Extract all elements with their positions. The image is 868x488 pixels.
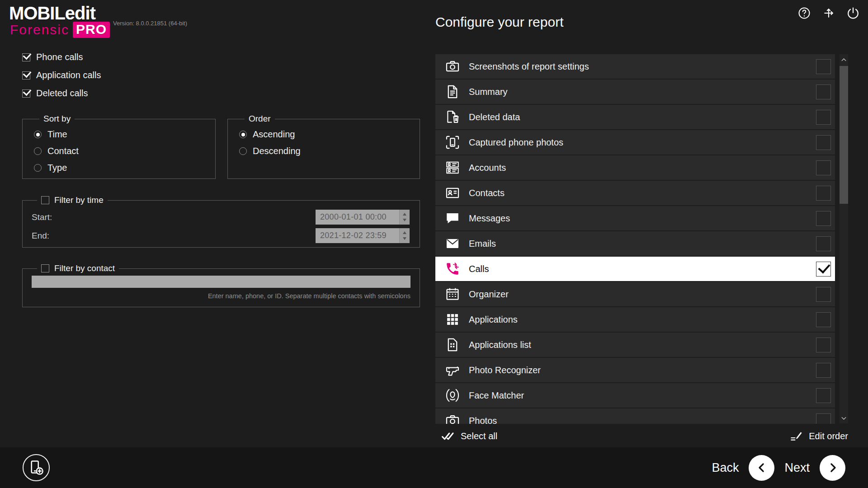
report-section-checkbox[interactable] [816, 312, 831, 327]
report-section-label: Calls [469, 264, 816, 274]
select-all-label: Select all [461, 431, 497, 441]
sort-by-legend: Sort by [39, 114, 75, 124]
scrollbar-thumb[interactable] [840, 66, 848, 204]
report-section-checkbox[interactable] [816, 363, 831, 378]
report-section-row[interactable]: Emails [435, 231, 835, 256]
scroll-up-icon[interactable] [840, 55, 848, 64]
report-section-checkbox[interactable] [816, 135, 831, 150]
order-group: Order Ascending Descending [227, 114, 420, 179]
select-all-button[interactable]: Select all [435, 429, 497, 443]
report-section-label: Captured phone photos [469, 137, 816, 148]
end-spinner[interactable] [399, 228, 410, 243]
radio-button[interactable] [239, 147, 247, 155]
report-section-checkbox[interactable] [816, 59, 831, 74]
checkbox[interactable] [22, 71, 30, 80]
filter-time-label: Filter by time [54, 195, 104, 205]
spinner-up-icon[interactable] [403, 231, 406, 234]
report-section-label: Organizer [469, 289, 816, 300]
radio-label: Time [47, 129, 67, 140]
back-label[interactable]: Back [712, 461, 739, 475]
radio-button[interactable] [239, 131, 247, 138]
spinner-up-icon[interactable] [403, 213, 406, 216]
contact-filter-input[interactable] [32, 276, 410, 288]
report-section-row[interactable]: Calls [435, 257, 835, 281]
add-device-button[interactable] [23, 454, 50, 481]
scrollbar[interactable] [840, 54, 848, 423]
app-logo: MOBILedit Forensic PRO [9, 4, 110, 38]
logo-text: MOBILedit [9, 4, 110, 23]
emails-icon [445, 236, 460, 251]
next-label[interactable]: Next [784, 461, 810, 475]
checkbox[interactable] [22, 53, 30, 61]
end-datetime-input[interactable]: 2021-12-02 23:59 [316, 228, 410, 243]
edit-order-button[interactable]: Edit order [790, 430, 848, 442]
report-section-row[interactable]: Applications [435, 307, 835, 332]
organizer-icon [445, 286, 460, 302]
radio-label: Contact [47, 146, 79, 156]
select-all-icon [441, 429, 454, 443]
report-section-row[interactable]: Organizer [435, 282, 835, 306]
radio-option-row[interactable]: Contact [34, 146, 215, 156]
report-section-row[interactable]: Accounts [435, 155, 835, 180]
messages-icon [445, 211, 460, 226]
radio-option-row[interactable]: Descending [239, 146, 420, 156]
report-section-label: Photo Recognizer [469, 365, 816, 375]
camera-icon [445, 59, 460, 74]
end-time-row: End: 2021-12-02 23:59 [32, 228, 410, 243]
report-section-checkbox[interactable] [816, 413, 831, 424]
report-section-checkbox[interactable] [816, 262, 831, 277]
radio-button[interactable] [34, 164, 42, 172]
report-section-checkbox[interactable] [816, 160, 831, 175]
report-section-checkbox[interactable] [816, 110, 831, 125]
spinner-down-icon[interactable] [403, 237, 406, 240]
contacts-icon [445, 185, 460, 201]
filter-time-checkbox[interactable] [41, 196, 49, 204]
call-option-row[interactable]: Deleted calls [22, 88, 101, 99]
report-section-row[interactable]: Photos [435, 408, 835, 424]
wizard-nav: Back Next [712, 455, 845, 481]
report-section-row[interactable]: Captured phone photos [435, 130, 835, 155]
call-option-row[interactable]: Application calls [22, 70, 101, 80]
page-title: Configure your report [435, 14, 563, 30]
report-section-checkbox[interactable] [816, 84, 831, 99]
filter-contact-checkbox[interactable] [41, 264, 49, 272]
report-section-checkbox[interactable] [816, 186, 831, 201]
report-section-row[interactable]: Contacts [435, 181, 835, 205]
start-datetime-input[interactable]: 2000-01-01 00:00 [316, 210, 410, 225]
report-section-checkbox[interactable] [816, 211, 831, 226]
radio-button[interactable] [34, 131, 42, 138]
report-section-row[interactable]: Messages [435, 206, 835, 230]
next-button[interactable] [820, 455, 845, 481]
applications-list-icon [445, 337, 460, 352]
checkbox-label: Deleted calls [36, 88, 88, 99]
call-options: Phone calls Application calls Deleted ca… [22, 52, 101, 106]
report-section-checkbox[interactable] [816, 236, 831, 251]
report-section-checkbox[interactable] [816, 287, 831, 302]
radio-option-row[interactable]: Type [34, 163, 215, 173]
power-icon[interactable] [846, 6, 860, 20]
start-spinner[interactable] [399, 210, 410, 225]
radio-option-row[interactable]: Time [34, 129, 215, 140]
edit-order-label: Edit order [809, 431, 848, 441]
report-section-row[interactable]: Applications list [435, 333, 835, 357]
report-section-row[interactable]: Face Matcher [435, 383, 835, 408]
report-section-checkbox[interactable] [816, 388, 831, 403]
report-section-checkbox[interactable] [816, 338, 831, 352]
checkbox[interactable] [22, 89, 30, 98]
report-section-row[interactable]: Summary [435, 80, 835, 104]
radio-label: Descending [253, 146, 301, 156]
radio-button[interactable] [34, 147, 42, 155]
order-legend: Order [245, 114, 275, 124]
scroll-down-icon[interactable] [840, 413, 848, 422]
radio-label: Type [47, 163, 67, 173]
report-section-row[interactable]: Screenshots of report settings [435, 54, 835, 79]
radio-option-row[interactable]: Ascending [239, 129, 420, 140]
spinner-down-icon[interactable] [403, 219, 406, 221]
back-button[interactable] [749, 455, 774, 481]
report-section-row[interactable]: Photo Recognizer [435, 358, 835, 382]
pin-window-icon[interactable] [822, 6, 835, 20]
call-option-row[interactable]: Phone calls [22, 52, 101, 62]
report-section-row[interactable]: Deleted data [435, 105, 835, 129]
help-icon[interactable] [797, 6, 811, 20]
applications-icon [445, 312, 460, 327]
